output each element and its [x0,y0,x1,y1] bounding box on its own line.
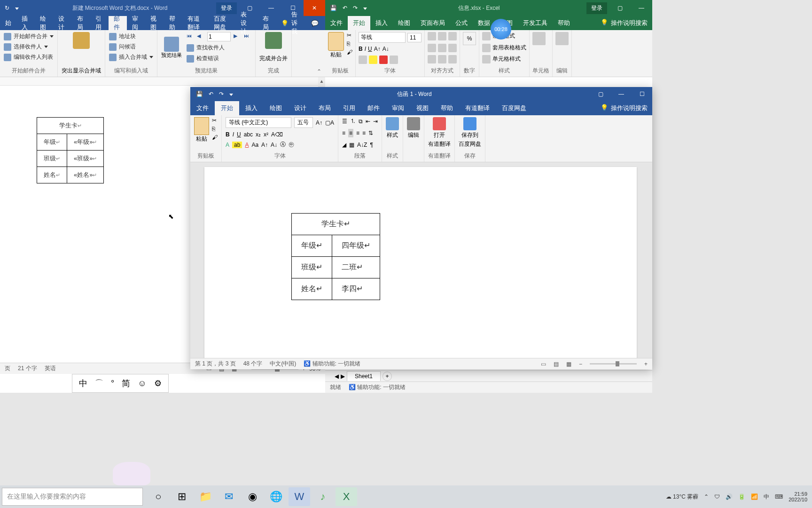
ime-simp-icon[interactable]: 简 [122,378,130,389]
find-icon[interactable] [555,32,569,45]
student-card-table-merged[interactable]: 学生卡↵ 年级↵四年级↵ 班级↵二班↵ 姓名↵李四↵ [291,213,380,300]
qat-dropdown-icon[interactable] [363,5,367,11]
indent-dec-icon[interactable]: ⇤ [366,118,370,125]
sort-icon[interactable]: A↓Z [357,142,367,148]
font-shrink-icon[interactable]: A↓ [271,142,277,148]
align-left-icon[interactable] [428,44,436,52]
tray-volume-icon[interactable]: 🔊 [726,493,733,500]
record-number-input[interactable] [207,32,231,41]
login-button[interactable]: 登录 [586,2,607,14]
ribbon-display-icon[interactable]: ▢ [609,0,631,16]
zoom-in-icon[interactable]: + [644,361,648,367]
tab-draw[interactable]: 绘图 [35,16,53,30]
tab-draw[interactable]: 绘图 [264,101,288,115]
tell-me[interactable]: 💡操作说明搜索 [596,104,652,112]
minimize-icon[interactable]: — [611,87,632,101]
last-record-icon[interactable]: ⏭ [244,33,251,40]
status-access[interactable]: ♿ 辅助功能: 一切就绪 [349,383,406,391]
tray-chevron-icon[interactable]: ⌃ [704,493,709,500]
student-card-table-template[interactable]: 学生卡↵ 年级↵«年级»↵ 班级↵«班级»↵ 姓名↵«姓名»↵ [37,117,104,183]
zoom-slider[interactable] [590,363,637,365]
tab-pagelayout[interactable]: 页面布局 [415,16,450,30]
row-class-val[interactable]: «班级»↵ [67,151,104,167]
highlight-icon[interactable]: ab [232,142,242,148]
next-record-icon[interactable]: ▶ [234,33,241,40]
align-top-icon[interactable] [428,32,436,40]
undo-icon[interactable]: ↶ [209,91,213,97]
status-lang[interactable]: 英语 [45,365,56,373]
border-icon[interactable] [359,56,367,64]
tab-help[interactable]: 帮助 [164,16,182,30]
underline-button[interactable]: U [368,46,372,52]
tray-clock[interactable]: 21:59 2022/10 [789,491,807,502]
line-spacing-icon[interactable]: ⇅ [368,130,373,136]
minimize-icon[interactable]: — [631,0,652,16]
collapse-ribbon-icon[interactable]: ⌃ [317,68,321,75]
find-recipient-button[interactable]: 查找收件人 [187,43,251,52]
cortana-icon[interactable]: ○ [148,487,169,506]
format-painter-icon[interactable]: 🖌 [347,49,352,56]
youdao-button[interactable]: 打开 有道翻译 [428,117,451,148]
task-view-icon[interactable]: ⊞ [171,487,193,506]
redo-icon[interactable]: ↷ [219,91,224,97]
ruler[interactable] [0,77,318,86]
status-lang[interactable]: 中文(中国) [270,360,296,368]
music-icon[interactable]: ♪ [312,487,334,506]
tab-view[interactable]: 视图 [145,16,164,30]
font-grow-icon[interactable]: A↑ [374,46,381,52]
first-record-icon[interactable]: ⏮ [187,33,194,40]
tab-design[interactable]: 设计 [53,16,71,30]
tray-battery-icon[interactable]: 🔋 [738,493,745,500]
align-middle-icon[interactable] [438,32,446,40]
taskbar-search[interactable]: 在这里输入你要搜索的内容 [2,488,143,506]
paste-icon[interactable] [328,32,344,51]
mail-icon[interactable]: ✉ [218,487,240,506]
timer-clock-overlay[interactable]: 00:28 [491,19,511,40]
borders-icon[interactable]: ▦ [349,142,354,148]
explorer-icon[interactable]: 📁 [195,487,216,506]
word-icon[interactable]: W [289,487,310,506]
status-words[interactable]: 48 个字 [243,360,263,368]
tab-tabledesign[interactable]: 表设计 [235,16,258,30]
baidu-button[interactable]: 保存到 百度网盘 [459,117,481,148]
tab-mailings[interactable]: 邮件 [361,101,386,115]
start-mail-merge-button[interactable]: 开始邮件合并 [4,32,54,41]
qat-dropdown-icon[interactable] [229,91,233,97]
weather-widget[interactable]: ☁ 13°C 雾霾 [666,493,699,501]
zoom-out-icon[interactable]: − [579,361,582,367]
refresh-icon[interactable]: ↻ [5,5,9,11]
text-effects-icon[interactable]: A [226,142,229,148]
qat-dropdown-icon[interactable] [15,5,19,11]
strikethrough-icon[interactable]: abc [244,131,253,138]
tab-references[interactable]: 引用 [337,101,361,115]
char-border-icon[interactable]: Ⓐ [280,141,286,149]
tab-layout[interactable]: 布局 [72,16,90,30]
tab-layout2[interactable]: 布局 [258,16,276,30]
tab-start[interactable]: 始 [0,16,16,30]
tab-insert[interactable]: 插入 [16,16,35,30]
tell-me[interactable]: 💡操作说明搜索 [596,19,652,27]
insert-merge-field-button[interactable]: 插入合并域 [109,53,153,62]
excel-icon[interactable]: X [336,487,357,506]
steam-icon[interactable]: ◉ [242,487,263,506]
row-grade-val[interactable]: «年级»↵ [67,134,104,151]
tab-view[interactable]: 视图 [410,101,435,115]
align-center-icon[interactable] [438,44,446,52]
underline-button[interactable]: U [237,131,241,138]
font-name-select[interactable]: 等线 (中文正文) [226,117,291,128]
font-grow-icon[interactable]: A↑ [316,119,322,126]
enclose-icon[interactable]: ㊥ [289,141,294,149]
prev-record-icon[interactable]: ◀ [197,33,204,40]
percent-icon[interactable]: % [463,32,476,45]
tab-file[interactable]: 文件 [325,16,348,30]
tab-youdao[interactable]: 有道翻译 [459,101,496,115]
add-sheet-icon[interactable]: + [383,372,392,381]
row-name-val[interactable]: 李四↵ [332,278,380,300]
row-name-val[interactable]: «姓名»↵ [67,167,104,183]
check-errors-button[interactable]: 检查错误 [187,54,251,63]
paste-icon[interactable] [194,117,209,135]
preview-results-icon[interactable] [164,37,179,52]
status-words[interactable]: 21 个字 [18,365,37,373]
view-print-icon[interactable]: ▤ [554,361,559,367]
row-grade-key[interactable]: 年级↵ [292,235,332,257]
